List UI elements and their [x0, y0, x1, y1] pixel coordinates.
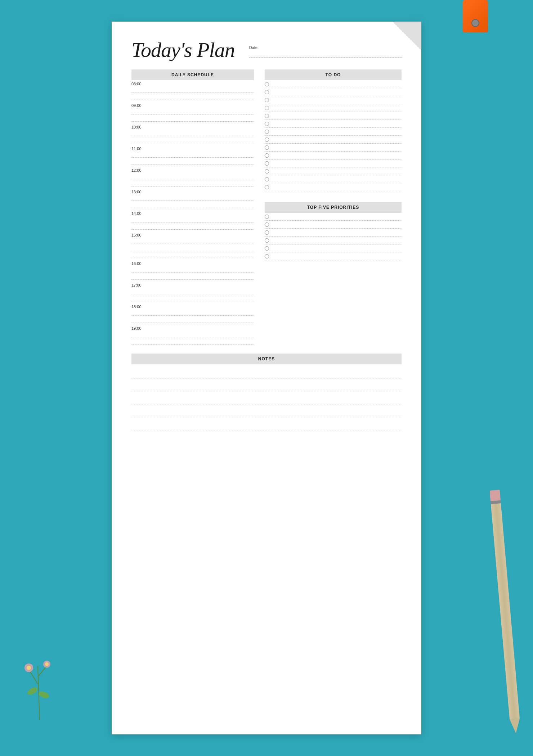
time-slot-1700: 17:00 [131, 282, 254, 303]
todo-text-14[interactable] [272, 185, 402, 190]
priority-checkbox-4[interactable] [265, 238, 269, 243]
priority-checkbox-5[interactable] [265, 246, 269, 251]
schedule-line[interactable] [131, 252, 254, 258]
schedule-line[interactable] [131, 296, 254, 301]
todo-text-5[interactable] [272, 113, 402, 118]
todo-text-9[interactable] [272, 145, 402, 150]
sharpener-decoration [461, 0, 490, 43]
schedule-line[interactable] [131, 310, 254, 316]
todo-text-6[interactable] [272, 121, 402, 126]
todo-text-3[interactable] [272, 98, 402, 103]
todo-checkbox-4[interactable] [265, 106, 269, 110]
todo-text-10[interactable] [272, 153, 402, 158]
todo-item-13[interactable] [265, 175, 402, 183]
priority-checkbox-3[interactable] [265, 230, 269, 235]
note-line-3[interactable] [131, 392, 402, 404]
todo-item-7[interactable] [265, 128, 402, 136]
schedule-line[interactable] [131, 224, 254, 230]
todo-item-9[interactable] [265, 144, 402, 152]
priority-text-4[interactable] [272, 238, 402, 243]
todo-item-2[interactable] [265, 88, 402, 96]
svg-point-4 [27, 666, 31, 670]
todo-checkbox-6[interactable] [265, 122, 269, 126]
date-input-line[interactable] [249, 51, 402, 58]
todo-checkbox-5[interactable] [265, 114, 269, 118]
priority-text-6[interactable] [272, 254, 402, 259]
todo-item-3[interactable] [265, 96, 402, 104]
todo-text-12[interactable] [272, 169, 402, 174]
schedule-line[interactable] [131, 87, 254, 93]
schedule-line[interactable] [131, 246, 254, 251]
todo-item-12[interactable] [265, 167, 402, 175]
priority-item-5[interactable] [265, 244, 402, 252]
schedule-line[interactable] [131, 238, 254, 244]
todo-checkbox-1[interactable] [265, 82, 269, 86]
todo-text-4[interactable] [272, 105, 402, 111]
todo-text-1[interactable] [272, 82, 402, 87]
schedule-line[interactable] [131, 202, 254, 208]
schedule-line[interactable] [131, 339, 254, 345]
schedule-line[interactable] [131, 317, 254, 323]
schedule-line[interactable] [131, 267, 254, 273]
schedule-line[interactable] [131, 130, 254, 136]
schedule-line[interactable] [131, 181, 254, 186]
todo-item-1[interactable] [265, 80, 402, 88]
priority-item-1[interactable] [265, 213, 402, 221]
schedule-line[interactable] [131, 116, 254, 122]
schedule-line[interactable] [131, 138, 254, 143]
todo-checkbox-2[interactable] [265, 90, 269, 94]
todo-text-7[interactable] [272, 129, 402, 134]
schedule-line[interactable] [131, 288, 254, 294]
todo-item-6[interactable] [265, 120, 402, 128]
note-line-5[interactable] [131, 418, 402, 430]
left-column: DAILY SCHEDULE 08:00 09:00 10:00 [131, 69, 261, 346]
todo-checkbox-11[interactable] [265, 161, 269, 166]
schedule-line[interactable] [131, 94, 254, 100]
todo-item-8[interactable] [265, 136, 402, 144]
priority-text-2[interactable] [272, 222, 402, 227]
schedule-line[interactable] [131, 195, 254, 201]
todo-checkbox-12[interactable] [265, 169, 269, 174]
schedule-line[interactable] [131, 217, 254, 222]
todo-text-13[interactable] [272, 177, 402, 182]
todo-checkbox-13[interactable] [265, 177, 269, 181]
time-label-1600: 16:00 [131, 261, 254, 266]
todo-checkbox-10[interactable] [265, 153, 269, 158]
priority-checkbox-2[interactable] [265, 222, 269, 227]
schedule-line[interactable] [131, 159, 254, 165]
schedule-line[interactable] [131, 174, 254, 179]
todo-item-4[interactable] [265, 104, 402, 112]
todo-checkbox-8[interactable] [265, 138, 269, 142]
priority-text-3[interactable] [272, 230, 402, 235]
todo-item-10[interactable] [265, 152, 402, 159]
time-label-1100: 11:00 [131, 147, 254, 151]
priority-item-2[interactable] [265, 221, 402, 229]
todo-text-8[interactable] [272, 137, 402, 142]
schedule-line[interactable] [131, 274, 254, 280]
todo-checkbox-7[interactable] [265, 130, 269, 134]
schedule-line[interactable] [131, 152, 254, 158]
todo-item-5[interactable] [265, 112, 402, 120]
note-line-2[interactable] [131, 379, 402, 391]
schedule-line[interactable] [131, 332, 254, 337]
todo-text-11[interactable] [272, 161, 402, 166]
priority-text-5[interactable] [272, 246, 402, 251]
priority-item-3[interactable] [265, 229, 402, 237]
priority-checkbox-6[interactable] [265, 254, 269, 258]
todo-checkbox-14[interactable] [265, 185, 269, 189]
priority-checkbox-1[interactable] [265, 215, 269, 219]
priority-item-4[interactable] [265, 237, 402, 244]
schedule-line[interactable] [131, 109, 254, 114]
todo-item-11[interactable] [265, 159, 402, 167]
time-slot-0800: 08:00 [131, 80, 254, 102]
notes-lines [131, 364, 402, 430]
time-slot-1000: 10:00 [131, 123, 254, 145]
note-line-1[interactable] [131, 366, 402, 378]
note-line-4[interactable] [131, 405, 402, 417]
todo-checkbox-9[interactable] [265, 145, 269, 150]
todo-text-2[interactable] [272, 90, 402, 95]
priority-text-1[interactable] [272, 214, 402, 219]
todo-item-14[interactable] [265, 183, 402, 191]
priority-item-6[interactable] [265, 252, 402, 260]
todo-checkbox-3[interactable] [265, 98, 269, 102]
